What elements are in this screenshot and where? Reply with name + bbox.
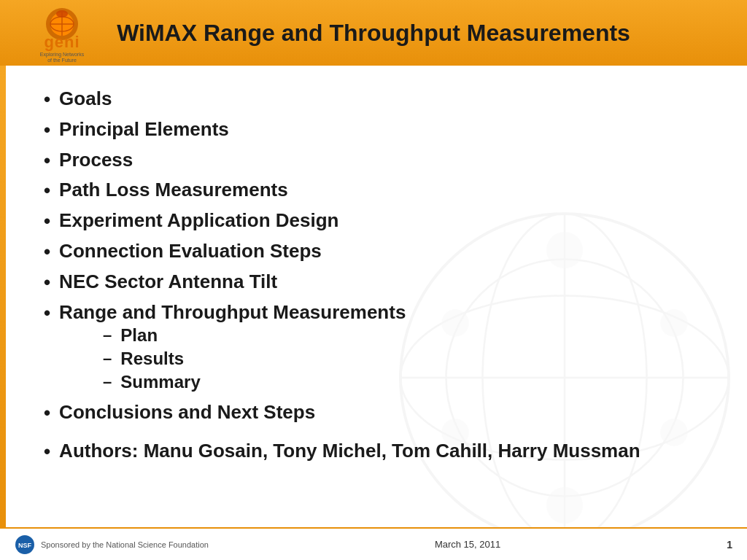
svg-text:Exploring Networks: Exploring Networks bbox=[40, 52, 85, 58]
path-loss-label: Path Loss Measurements bbox=[59, 179, 288, 201]
bullet-authors: • bbox=[44, 440, 50, 464]
sub-bullet-plan: – bbox=[103, 326, 112, 345]
experiment-label: Experiment Application Design bbox=[59, 209, 338, 232]
list-item-process: • Process bbox=[44, 149, 703, 174]
footer-page: 1 bbox=[727, 539, 732, 551]
range-label: Range and Throughput Measurements bbox=[59, 301, 406, 323]
logo-area: geni Exploring Networks of the Future bbox=[15, 4, 109, 62]
footer: NSF Sponsored by the National Science Fo… bbox=[0, 527, 747, 560]
svg-point-5 bbox=[56, 10, 68, 18]
summary-label: Summary bbox=[120, 372, 200, 392]
content-list: • Goals • Principal Elements • Process •… bbox=[44, 80, 703, 464]
sub-bullet-results: – bbox=[103, 349, 112, 368]
bullet-nec: • bbox=[44, 271, 50, 295]
nsf-logo-icon: NSF bbox=[15, 534, 35, 555]
bullet-goals: • bbox=[44, 88, 50, 112]
process-label: Process bbox=[59, 149, 133, 171]
list-item-connection: • Connection Evaluation Steps bbox=[44, 240, 703, 265]
list-item-conclusions: • Conclusions and Next Steps bbox=[44, 401, 703, 426]
conclusions-label: Conclusions and Next Steps bbox=[59, 401, 315, 424]
list-item-experiment: • Experiment Application Design bbox=[44, 209, 703, 234]
bullet-process: • bbox=[44, 149, 50, 174]
svg-text:geni: geni bbox=[44, 33, 80, 51]
list-item-principal-elements: • Principal Elements bbox=[44, 118, 703, 143]
bullet-experiment: • bbox=[44, 209, 50, 234]
bullet-conclusions: • bbox=[44, 401, 50, 426]
list-item-path-loss: • Path Loss Measurements bbox=[44, 179, 703, 203]
bullet-range: • bbox=[44, 301, 50, 326]
principal-elements-label: Principal Elements bbox=[59, 118, 229, 141]
goals-label: Goals bbox=[59, 88, 112, 110]
results-label: Results bbox=[120, 349, 184, 369]
header: geni Exploring Networks of the Future Wi… bbox=[0, 0, 747, 66]
svg-text:NSF: NSF bbox=[18, 542, 32, 549]
header-title: WiMAX Range and Throughput Measurements bbox=[109, 20, 732, 47]
list-item-results: – Results bbox=[103, 349, 406, 369]
authors-label: Authors: Manu Gosain, Tony Michel, Tom C… bbox=[59, 440, 640, 462]
sub-list: – Plan – Results – Summary bbox=[103, 325, 406, 392]
footer-date: March 15, 2011 bbox=[209, 539, 727, 550]
list-item-summary: – Summary bbox=[103, 372, 406, 392]
bullet-path-loss: • bbox=[44, 179, 50, 203]
main-content: • Goals • Principal Elements • Process •… bbox=[0, 66, 747, 525]
connection-label: Connection Evaluation Steps bbox=[59, 240, 322, 262]
geni-logo: geni Exploring Networks of the Future bbox=[15, 4, 109, 62]
sponsored-text: Sponsored by the National Science Founda… bbox=[41, 540, 209, 549]
plan-label: Plan bbox=[120, 325, 158, 346]
bullet-principal: • bbox=[44, 118, 50, 143]
bullet-connection: • bbox=[44, 240, 50, 265]
svg-text:of the Future: of the Future bbox=[47, 58, 77, 62]
list-item-authors: • Authors: Manu Gosain, Tony Michel, Tom… bbox=[44, 440, 703, 464]
footer-nsf: NSF Sponsored by the National Science Fo… bbox=[15, 534, 209, 555]
list-item-plan: – Plan bbox=[103, 325, 406, 346]
list-item-goals: • Goals bbox=[44, 88, 703, 112]
list-item-range: • Range and Throughput Measurements – Pl… bbox=[44, 301, 703, 395]
sub-bullet-summary: – bbox=[103, 373, 112, 392]
nec-label: NEC Sector Antenna Tilt bbox=[59, 271, 277, 293]
list-item-nec: • NEC Sector Antenna Tilt bbox=[44, 271, 703, 295]
